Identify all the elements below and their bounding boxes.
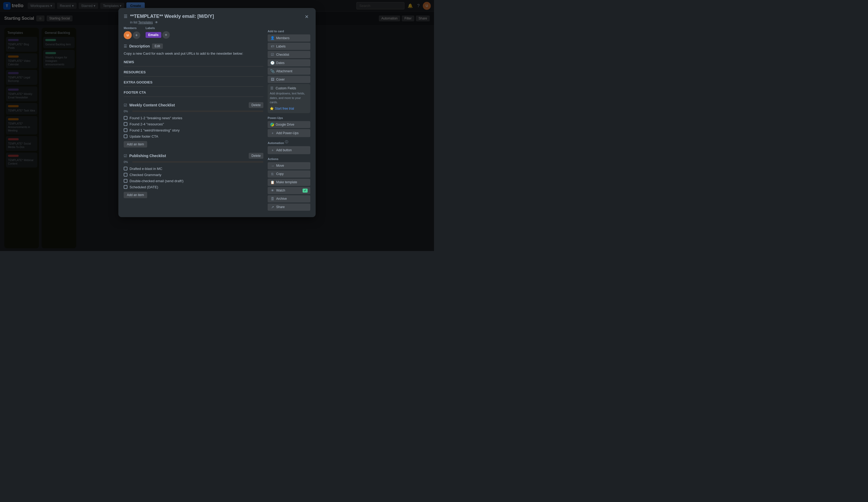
checklist-item: Found 2-4 "resources" bbox=[124, 121, 264, 127]
pub-checkbox-1[interactable] bbox=[124, 173, 127, 177]
weekly-add-item-button[interactable]: Add an item bbox=[124, 141, 147, 147]
custom-fields-description: Add dropdowns, text fields, dates, and m… bbox=[270, 91, 308, 104]
add-to-card-title: Add to card bbox=[268, 30, 310, 33]
checklist-item: Checked Grammarly bbox=[124, 172, 264, 178]
dates-btn-label: Dates bbox=[276, 61, 285, 65]
desc-extra: EXTRA GOODIES bbox=[124, 80, 264, 84]
labels-icon: 🏷 bbox=[270, 44, 275, 48]
modal-body: Members U + Labels Emails + bbox=[118, 27, 316, 217]
publishing-checklist-section: ☑ Publishing Checklist Delete 0% Drafte bbox=[124, 153, 264, 198]
add-button-icon: ＋ bbox=[270, 148, 275, 153]
add-member-button[interactable]: + bbox=[133, 31, 140, 39]
modal-title: **TEMPLATE** Weekly email: [M/D/Y] bbox=[130, 13, 300, 20]
checklist-icon: ☑ bbox=[270, 53, 275, 57]
pub-checkbox-0[interactable] bbox=[124, 167, 127, 171]
checklist-checkbox-1[interactable] bbox=[124, 122, 127, 126]
move-label: Move bbox=[276, 164, 284, 167]
archive-button[interactable]: 🗄 Archive bbox=[268, 195, 310, 203]
desc-news: NEWS bbox=[124, 60, 264, 64]
share-button[interactable]: ↗ Share bbox=[268, 204, 310, 211]
checklist-item: Drafted e-blast in MC bbox=[124, 166, 264, 172]
add-attachment-button[interactable]: 📎 Attachment bbox=[268, 68, 310, 75]
checklist-title-area-publishing: ☑ Publishing Checklist bbox=[124, 154, 166, 158]
checklist-icon-weekly: ☑ bbox=[124, 103, 127, 107]
watch-eye-icon: 👁 bbox=[155, 21, 158, 24]
member-avatar: U bbox=[124, 31, 132, 39]
labels-section: Labels Emails + bbox=[146, 27, 170, 39]
modal-close-button[interactable]: ✕ bbox=[303, 13, 310, 20]
weekly-progress-pct: 0% bbox=[124, 110, 130, 113]
modal-main: Members U + Labels Emails + bbox=[124, 27, 264, 212]
checklist-item: Found 1 "weird/Interesting" story bbox=[124, 127, 264, 133]
weekly-progress-row: 0% bbox=[124, 110, 264, 113]
dates-icon: 🕐 bbox=[270, 61, 275, 65]
publishing-add-item-button[interactable]: Add an item bbox=[124, 192, 147, 198]
publishing-checklist-delete-button[interactable]: Delete bbox=[249, 153, 264, 159]
add-checklist-button[interactable]: ☑ Checklist bbox=[268, 51, 310, 58]
custom-fields-button[interactable]: ☰ Custom Fields bbox=[270, 86, 308, 91]
desc-resources: RESOURCES bbox=[124, 70, 264, 74]
weekly-checklist-section: ☑ Weekly Content Checklist Delete 0% Fo bbox=[124, 102, 264, 147]
custom-fields-label: Custom Fields bbox=[276, 86, 296, 90]
copy-button[interactable]: ⎘ Copy bbox=[268, 171, 310, 178]
automation-title: Automation bbox=[268, 141, 284, 145]
archive-icon: 🗄 bbox=[270, 197, 275, 201]
watch-left: 👁 Watch bbox=[270, 188, 285, 193]
description-edit-button[interactable]: Edit bbox=[152, 43, 163, 49]
checklist-checkbox-2[interactable] bbox=[124, 128, 127, 132]
add-cover-button[interactable]: 🖼 Cover bbox=[268, 76, 310, 83]
watch-button[interactable]: 👁 Watch ✓ bbox=[268, 187, 310, 194]
automation-info-icon[interactable]: ⓘ bbox=[285, 140, 288, 144]
description-section-header: ☰ Description Edit bbox=[124, 43, 264, 49]
weekly-checklist-delete-button[interactable]: Delete bbox=[249, 102, 264, 108]
description-content: Copy a new Card for each week and put UR… bbox=[124, 51, 264, 97]
add-power-ups-button[interactable]: ＋ Add Power-Ups bbox=[268, 129, 310, 137]
checklist-item: Scheduled (DATE) bbox=[124, 184, 264, 190]
checklist-checkbox-3[interactable] bbox=[124, 134, 127, 138]
make-template-button[interactable]: 📋 Make template bbox=[268, 179, 310, 186]
add-members-button[interactable]: 👤 Members bbox=[268, 34, 310, 42]
copy-icon: ⎘ bbox=[270, 172, 275, 176]
checklist-item: Found 1-2 "breaking news" stories bbox=[124, 115, 264, 121]
add-label-button[interactable]: + bbox=[162, 31, 170, 39]
move-button[interactable]: → Move bbox=[268, 162, 310, 170]
start-trial-label: Start free trial bbox=[275, 107, 294, 111]
share-label: Share bbox=[276, 205, 285, 209]
copy-label: Copy bbox=[276, 172, 283, 176]
checklist-item-text-3: Update footer CTA bbox=[130, 134, 158, 139]
add-labels-button[interactable]: 🏷 Labels bbox=[268, 43, 310, 50]
modal-subtitle: in list Templates 👁 bbox=[130, 21, 300, 24]
modal-header: ☰ **TEMPLATE** Weekly email: [M/D/Y] in … bbox=[118, 8, 316, 27]
star-trial-icon: ⭐ bbox=[270, 107, 274, 111]
checklist-item-text-0: Found 1-2 "breaking news" stories bbox=[130, 116, 182, 120]
checklist-checkbox-0[interactable] bbox=[124, 116, 127, 120]
google-drive-label: Google Drive bbox=[276, 123, 294, 126]
modal-overlay: ☰ **TEMPLATE** Weekly email: [M/D/Y] in … bbox=[0, 0, 434, 251]
members-btn-label: Members bbox=[276, 36, 290, 40]
labels-btn-label: Labels bbox=[276, 44, 286, 48]
pub-item-text-0: Drafted e-blast in MC bbox=[130, 167, 162, 171]
share-icon: ↗ bbox=[270, 205, 275, 209]
google-drive-button[interactable]: Google Drive bbox=[268, 121, 310, 128]
label-name: Emails bbox=[148, 33, 159, 37]
add-button-label: Add button bbox=[276, 148, 292, 152]
labels-label: Labels bbox=[146, 27, 170, 30]
card-icon: ☰ bbox=[124, 14, 127, 19]
email-label-tag[interactable]: Emails bbox=[146, 32, 161, 38]
cover-btn-label: Cover bbox=[276, 78, 285, 81]
card-modal: ☰ **TEMPLATE** Weekly email: [M/D/Y] in … bbox=[118, 8, 316, 217]
add-button-button[interactable]: ＋ Add button bbox=[268, 146, 310, 154]
pub-checkbox-2[interactable] bbox=[124, 179, 127, 183]
list-name-link[interactable]: Templates bbox=[138, 21, 153, 24]
checklist-btn-label: Checklist bbox=[276, 53, 289, 57]
add-power-ups-label: Add Power-Ups bbox=[276, 131, 299, 135]
make-template-label: Make template bbox=[276, 180, 297, 184]
add-dates-button[interactable]: 🕐 Dates bbox=[268, 59, 310, 66]
close-icon: ✕ bbox=[305, 14, 309, 20]
meta-row: Members U + Labels Emails + bbox=[124, 27, 264, 39]
start-free-trial-button[interactable]: ⭐ Start free trial bbox=[270, 106, 294, 111]
description-text: Copy a new Card for each week and put UR… bbox=[124, 51, 264, 56]
publishing-progress-pct: 0% bbox=[124, 160, 130, 164]
power-ups-title: Power-Ups bbox=[268, 116, 310, 120]
pub-checkbox-3[interactable] bbox=[124, 185, 127, 189]
